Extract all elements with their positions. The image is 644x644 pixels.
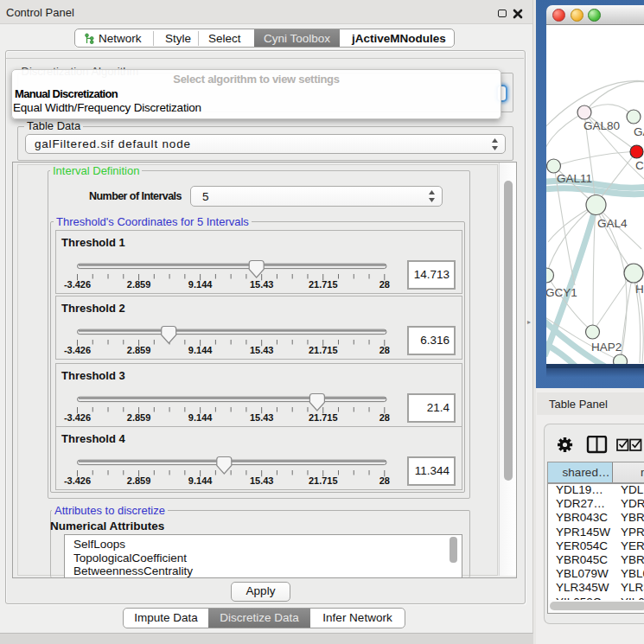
svg-text:21.715: 21.715 bbox=[309, 279, 338, 290]
svg-text:15.43: 15.43 bbox=[250, 412, 274, 423]
svg-text:15.43: 15.43 bbox=[250, 345, 274, 355]
svg-text:9.144: 9.144 bbox=[188, 279, 213, 290]
svg-text:C: C bbox=[635, 159, 644, 172]
svg-text:9.144: 9.144 bbox=[188, 345, 213, 355]
svg-text:15.43: 15.43 bbox=[250, 279, 274, 290]
svg-text:GAL80: GAL80 bbox=[583, 119, 620, 132]
svg-text:GAL11: GAL11 bbox=[557, 172, 592, 185]
svg-text:2.859: 2.859 bbox=[127, 412, 151, 423]
svg-text:9.144: 9.144 bbox=[188, 412, 213, 423]
svg-text:28: 28 bbox=[379, 345, 390, 355]
svg-text:9.144: 9.144 bbox=[188, 475, 213, 486]
svg-text:GAL4: GAL4 bbox=[597, 217, 628, 230]
svg-text:28: 28 bbox=[379, 412, 390, 423]
svg-text:-3.426: -3.426 bbox=[64, 412, 91, 423]
svg-text:21.715: 21.715 bbox=[309, 412, 338, 423]
svg-text:2.859: 2.859 bbox=[127, 279, 151, 290]
svg-text:28: 28 bbox=[379, 475, 390, 486]
svg-text:21.715: 21.715 bbox=[309, 345, 338, 355]
svg-text:28: 28 bbox=[379, 279, 390, 290]
svg-text:GCY1: GCY1 bbox=[546, 286, 577, 299]
svg-text:2.859: 2.859 bbox=[127, 475, 151, 486]
svg-text:GA: GA bbox=[634, 125, 644, 138]
svg-text:-3.426: -3.426 bbox=[64, 279, 91, 290]
svg-text:21.715: 21.715 bbox=[309, 475, 338, 486]
svg-text:HAP2: HAP2 bbox=[591, 341, 622, 354]
svg-text:15.43: 15.43 bbox=[250, 475, 274, 486]
svg-text:-3.426: -3.426 bbox=[64, 345, 91, 355]
svg-text:H: H bbox=[635, 283, 644, 296]
svg-text:2.859: 2.859 bbox=[127, 345, 151, 355]
svg-text:-3.426: -3.426 bbox=[64, 475, 91, 486]
